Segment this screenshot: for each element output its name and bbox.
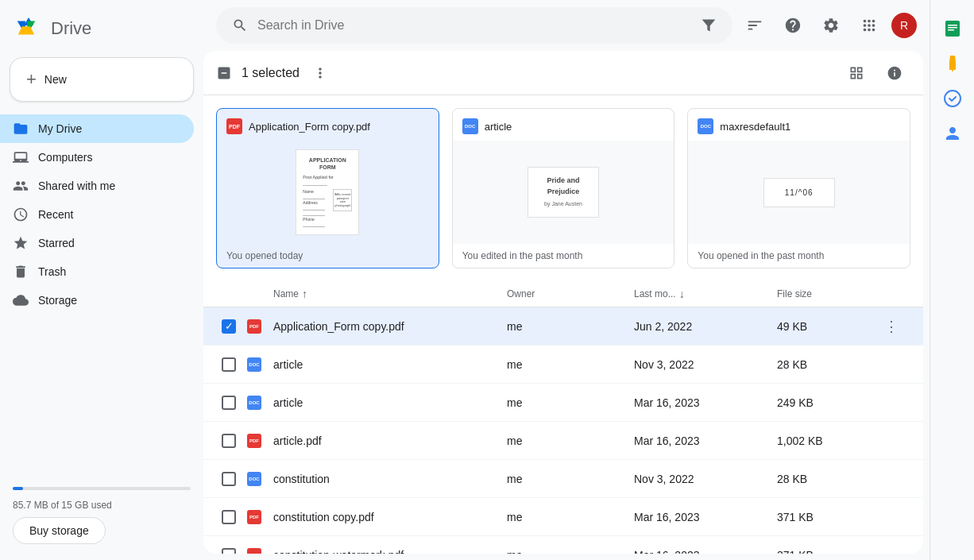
grid-view-button[interactable]	[841, 57, 872, 89]
row-more-button-7[interactable]: ⋮	[872, 543, 896, 554]
row-owner-2: me	[507, 358, 634, 371]
info-button[interactable]	[879, 57, 910, 89]
col-name-header[interactable]: Name ↑	[273, 288, 507, 300]
sidebar-item-label: My Drive	[38, 122, 82, 135]
row-size-5: 28 KB	[777, 473, 872, 485]
row-file-icon-5: DOC	[242, 472, 267, 486]
row-more-button-2[interactable]: ⋮	[879, 352, 904, 377]
row-file-icon-2: DOC	[242, 357, 267, 372]
row-checkbox-6[interactable]	[216, 510, 242, 524]
card-thumbnail-1: APPLICATION FORM Post Applied for ______…	[217, 141, 439, 244]
row-modified-6: Mar 16, 2023	[634, 511, 777, 523]
sidebar-item-computers[interactable]: Computers	[0, 143, 194, 172]
table-row[interactable]: DOC constitution me Nov 3, 2022 28 KB ⋮	[203, 460, 923, 498]
more-actions-button[interactable]	[312, 65, 328, 81]
sidebar-item-label: Computers	[38, 151, 92, 164]
topbar: R	[203, 0, 930, 51]
row-checkbox-3[interactable]	[216, 396, 242, 410]
table-row[interactable]: DOC article me Mar 16, 2023 249 KB ⋮	[203, 384, 923, 422]
row-file-icon-1: PDF	[242, 319, 267, 334]
trash-icon	[13, 264, 29, 280]
new-button[interactable]: + New	[10, 57, 194, 102]
doc-icon: DOC	[247, 472, 261, 486]
row-size-7: 371 KB	[777, 549, 872, 554]
search-bar[interactable]	[216, 7, 732, 44]
sidebar-item-trash[interactable]: Trash	[0, 257, 194, 286]
apps-button[interactable]	[853, 10, 885, 41]
contacts-shortcut-button[interactable]	[937, 118, 968, 149]
row-owner-6: me	[507, 511, 634, 523]
help-button[interactable]	[777, 10, 809, 41]
tasks-shortcut-button[interactable]	[937, 83, 968, 114]
deselect-button[interactable]	[216, 65, 232, 81]
row-filename-6: constitution copy.pdf	[273, 511, 507, 523]
preview-card-2[interactable]: DOC article Pride and Prejudice by Jane …	[452, 108, 675, 268]
table-row[interactable]: DOC article me Nov 3, 2022 28 KB ⋮	[203, 346, 923, 384]
doc-file-icon: DOC	[462, 118, 478, 134]
doc-icon: DOC	[247, 357, 261, 372]
pdf-icon: PDF	[247, 548, 261, 554]
svg-rect-4	[948, 29, 954, 31]
sidebar-item-label: Shared with me	[38, 180, 115, 192]
right-sidebar	[930, 0, 974, 560]
checkbox-unchecked-icon	[222, 357, 236, 372]
user-avatar[interactable]: R	[891, 13, 917, 38]
filter-icon[interactable]	[701, 17, 717, 33]
row-checkbox-2[interactable]	[216, 357, 242, 372]
row-more-button-4[interactable]: ⋮	[879, 428, 904, 454]
checkbox-unchecked-icon	[222, 434, 236, 448]
settings-button[interactable]	[815, 10, 847, 41]
table-row[interactable]: ✓ PDF Application_Form copy.pdf me Jun 2…	[203, 307, 923, 346]
table-row[interactable]: PDF constitution-watermark.pdf me Mar 16…	[203, 536, 923, 554]
row-checkbox-4[interactable]	[216, 434, 242, 448]
sheets-shortcut-button[interactable]	[937, 13, 968, 44]
card-filename-1: Application_Form copy.pdf	[249, 121, 370, 133]
sidebar-item-storage[interactable]: Storage	[0, 286, 194, 315]
card-filename-3: maxresdefault1	[720, 121, 790, 133]
filter-list-button[interactable]	[739, 10, 771, 41]
keep-shortcut-button[interactable]	[937, 48, 968, 79]
row-checkbox-1[interactable]: ✓	[216, 319, 242, 334]
nav-section: My Drive Computers Shared with me	[0, 114, 203, 315]
row-size-1: 49 KB	[777, 320, 872, 333]
preview-card-3[interactable]: DOC maxresdefault1 11/^06 You opened in …	[687, 108, 910, 268]
svg-rect-6	[952, 70, 953, 71]
search-input[interactable]	[257, 18, 691, 33]
table-row[interactable]: PDF constitution copy.pdf me Mar 16, 202…	[203, 498, 923, 536]
sidebar-item-label: Recent	[38, 208, 73, 221]
sidebar-item-shared[interactable]: Shared with me	[0, 172, 194, 200]
storage-bar	[13, 487, 191, 490]
sidebar-item-my-drive[interactable]: My Drive	[0, 114, 194, 143]
expand-icon[interactable]: ›	[896, 547, 910, 554]
row-more-button-1[interactable]: ⋮	[879, 314, 904, 339]
sort-arrow-icon: ↑	[302, 288, 307, 300]
selected-count-label: 1 selected	[242, 66, 300, 80]
row-checkbox-7[interactable]	[216, 548, 242, 554]
row-file-icon-3: DOC	[242, 396, 267, 410]
row-file-icon-6: PDF	[242, 510, 267, 524]
checkbox-unchecked-icon	[222, 510, 236, 524]
sidebar-item-recent[interactable]: Recent	[0, 200, 194, 229]
row-more-button-5[interactable]: ⋮	[879, 466, 904, 492]
row-more-button-6[interactable]: ⋮	[879, 504, 904, 530]
preview-card-1[interactable]: PDF Application_Form copy.pdf APPLICATIO…	[216, 108, 439, 268]
storage-used-label: 85.7 MB of 15 GB used	[13, 500, 191, 511]
buy-storage-button[interactable]: Buy storage	[13, 517, 106, 544]
pdf-icon: PDF	[247, 319, 261, 334]
row-filename-5: constitution	[273, 473, 507, 485]
row-more-button-3[interactable]: ⋮	[879, 390, 904, 415]
card-thumbnail-3: 11/^06	[688, 141, 910, 244]
col-name-label: Name	[273, 288, 299, 299]
row-owner-4: me	[507, 434, 634, 447]
row-modified-3: Mar 16, 2023	[634, 396, 777, 409]
row-owner-5: me	[507, 473, 634, 485]
sidebar-item-starred[interactable]: Starred	[0, 229, 194, 257]
row-checkbox-5[interactable]	[216, 472, 242, 486]
row-modified-2: Nov 3, 2022	[634, 358, 777, 371]
table-header: Name ↑ Owner Last mo... ↓ File size	[203, 281, 923, 307]
card-filename-2: article	[485, 121, 512, 133]
col-modified-header[interactable]: Last mo... ↓	[634, 288, 777, 300]
table-row[interactable]: PDF article.pdf me Mar 16, 2023 1,002 KB…	[203, 422, 923, 460]
col-size-header: File size	[777, 288, 872, 299]
sidebar-item-label: Trash	[38, 265, 66, 278]
